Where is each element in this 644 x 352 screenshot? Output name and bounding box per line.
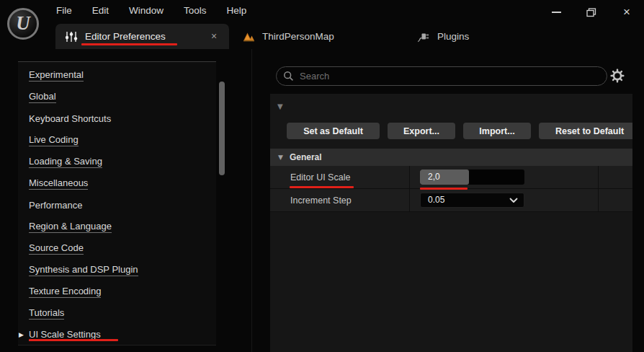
annotation-underline-editor-ui-scale	[290, 186, 354, 188]
sidebar-item-global[interactable]: Global	[18, 86, 216, 107]
tab-thirdpersonmap[interactable]: ThirdPersonMap	[237, 24, 340, 49]
sidebar-item-keyboard-shortcuts[interactable]: Keyboard Shortcuts	[18, 107, 216, 129]
sidebar-item-label: Tutorials	[29, 307, 64, 320]
sidebar-item-ui-scale-settings[interactable]: ▶UI Scale Settings	[18, 324, 216, 346]
property-label: Editor UI Scale	[290, 166, 350, 188]
minimize-button[interactable]	[549, 5, 563, 19]
selected-arrow-icon: ▶	[19, 331, 24, 338]
spinbox-value: 2,0	[428, 170, 440, 185]
menu-help[interactable]: Help	[227, 5, 247, 16]
menu-tools[interactable]: Tools	[184, 5, 207, 16]
menu-window[interactable]: Window	[129, 5, 164, 16]
plugins-icon	[416, 31, 430, 43]
sidebar-item-source-code[interactable]: Source Code	[18, 237, 216, 259]
search-input[interactable]	[300, 71, 573, 82]
sidebar-item-live-coding[interactable]: Live Coding	[18, 129, 216, 151]
search-icon	[283, 71, 294, 82]
sidebar-item-label: Miscellaneous	[29, 177, 88, 190]
chevron-down-icon	[509, 198, 518, 203]
sidebar-item-label: Live Coding	[29, 134, 79, 146]
settings-body: ▼ Set as Default Export... Import... Res…	[270, 94, 632, 352]
window-controls: ×	[549, 4, 634, 21]
menu-edit[interactable]: Edit	[92, 5, 109, 16]
annotation-underline-ui-scale-settings	[29, 339, 118, 341]
settings-gear-button[interactable]	[609, 68, 625, 84]
sidebar-category-list: ExperimentalGlobalKeyboard ShortcutsLive…	[18, 61, 216, 346]
menu-file[interactable]: File	[56, 5, 72, 16]
annotation-underline-tab	[81, 43, 177, 45]
sidebar-item-label: Source Code	[29, 242, 84, 255]
sidebar-item-label: Loading & Saving	[29, 156, 102, 168]
property-label: Increment Step	[290, 189, 352, 211]
unreal-engine-logo-icon: U	[7, 8, 39, 40]
editor-ui-scale-spinbox[interactable]: 2,0	[420, 170, 524, 185]
dropdown-value: 0.05	[428, 193, 444, 207]
tab-label: ThirdPersonMap	[262, 31, 334, 42]
tab-plugins[interactable]: Plugins	[411, 24, 475, 49]
tab-label: Editor Preferences	[85, 31, 166, 42]
sidebar-item-experimental[interactable]: Experimental	[18, 64, 216, 86]
sidebar-item-loading-saving[interactable]: Loading & Saving	[18, 151, 216, 172]
sidebar-item-label: Texture Encoding	[29, 286, 101, 298]
panel-divider	[251, 49, 252, 352]
sidebar-item-tutorials[interactable]: Tutorials	[18, 302, 216, 324]
import-button[interactable]: Import...	[463, 123, 531, 139]
sidebar-item-label: Global	[29, 91, 56, 103]
logo-letter: U	[16, 12, 30, 35]
sidebar-item-label: Keyboard Shortcuts	[29, 113, 111, 124]
sidebar-item-miscellaneous[interactable]: Miscellaneous	[18, 172, 216, 194]
sidebar-item-label: Synthesis and DSP Plugin	[29, 264, 138, 276]
section-title: General	[290, 152, 322, 162]
sidebar-item-label: Experimental	[29, 69, 84, 82]
annotation-underline-value	[420, 188, 468, 190]
preferences-toolbar: Set as Default Export... Import... Reset…	[287, 123, 632, 139]
tab-close-icon[interactable]: ×	[207, 30, 220, 43]
sidebar-item-label: Region & Language	[29, 221, 112, 233]
reset-to-default-button[interactable]: Reset to Default	[539, 123, 632, 139]
row-increment-step: Increment Step 0.05	[270, 189, 632, 212]
sidebar-item-texture-encoding[interactable]: Texture Encoding	[18, 281, 216, 302]
section-collapse-arrow-icon: ▼	[278, 154, 283, 161]
restore-icon	[586, 8, 596, 17]
sidebar-item-performance[interactable]: Performance	[18, 194, 216, 216]
section-header-general[interactable]: ▼ General	[270, 149, 632, 166]
map-level-icon	[243, 31, 255, 42]
sliders-icon	[65, 31, 78, 43]
search-box[interactable]	[276, 66, 607, 86]
set-as-default-button[interactable]: Set as Default	[287, 123, 380, 139]
close-window-button[interactable]: ×	[620, 5, 634, 19]
sidebar-item-label: Performance	[29, 200, 82, 211]
gear-icon	[610, 69, 625, 83]
increment-step-dropdown[interactable]: 0.05	[420, 193, 524, 208]
export-button[interactable]: Export...	[388, 123, 455, 139]
editor-preferences-window: U File Edit Window Tools Help × Editor P…	[0, 0, 644, 352]
tab-label: Plugins	[437, 31, 469, 42]
sidebar-item-region-language[interactable]: Region & Language	[18, 216, 216, 237]
collapse-arrow-icon[interactable]: ▼	[277, 102, 283, 110]
sidebar-item-synthesis-and-dsp-plugin[interactable]: Synthesis and DSP Plugin	[18, 259, 216, 281]
maximize-button[interactable]	[584, 5, 599, 19]
menubar: File Edit Window Tools Help	[56, 0, 246, 20]
sidebar-scrollbar-thumb[interactable]	[219, 82, 225, 175]
preferences-panel: ▼ Set as Default Export... Import... Res…	[270, 61, 632, 352]
